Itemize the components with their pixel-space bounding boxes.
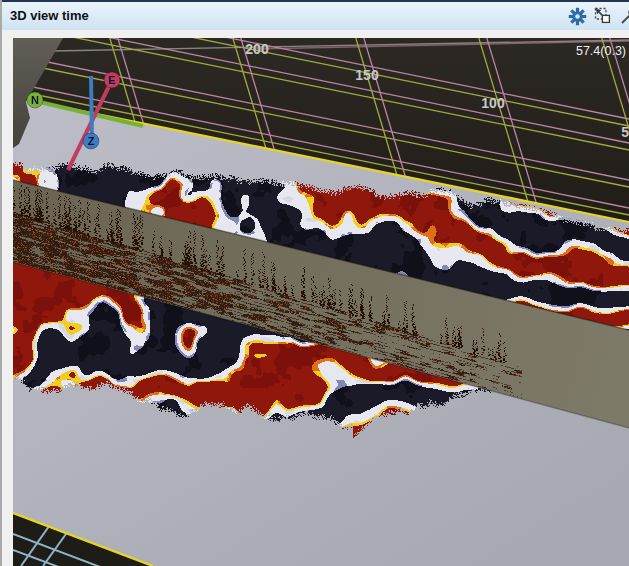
north-axis-label: N xyxy=(31,94,39,106)
orientation-tripod: N E Z xyxy=(13,38,629,566)
settings-button[interactable] xyxy=(564,3,590,29)
east-axis-label: E xyxy=(108,74,115,86)
3d-view-time-pane: 3D view time xyxy=(0,0,629,566)
restore-icon xyxy=(594,7,612,25)
gear-icon xyxy=(568,7,587,26)
depth-axis-label: Z xyxy=(88,135,95,147)
north-axis-line xyxy=(35,101,143,126)
pane-left-border xyxy=(0,0,2,566)
pin-icon xyxy=(620,7,629,25)
titlebar[interactable]: 3D view time xyxy=(2,2,629,30)
titlebar-buttons xyxy=(564,2,629,30)
pane-title: 3D view time xyxy=(10,2,89,30)
pin-button[interactable] xyxy=(616,3,629,29)
restore-size-button[interactable] xyxy=(590,3,616,29)
3d-scene-viewport[interactable]: 200 150 100 50 57.4(0.3) xyxy=(13,38,629,566)
depth-axis-line xyxy=(91,76,92,142)
